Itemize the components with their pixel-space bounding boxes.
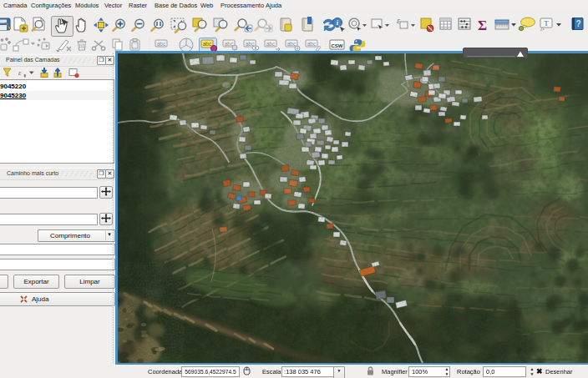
svg-text:▮: ▮ <box>24 73 27 78</box>
svg-text:Σ: Σ <box>478 18 487 33</box>
svg-text:?: ? <box>575 19 580 28</box>
svg-text:ε: ε <box>18 68 22 77</box>
svg-text:ε: ε <box>397 16 400 25</box>
svg-text:abc: abc <box>225 41 234 47</box>
svg-text:CSW: CSW <box>332 43 343 48</box>
svg-text:abc: abc <box>157 41 166 47</box>
svg-text:abc: abc <box>246 41 255 47</box>
svg-text:abc: abc <box>307 41 317 47</box>
svg-text:abc: abc <box>266 41 276 47</box>
svg-text:abc: abc <box>287 41 297 47</box>
svg-text:T: T <box>544 19 549 28</box>
svg-text:abc: abc <box>203 41 212 47</box>
